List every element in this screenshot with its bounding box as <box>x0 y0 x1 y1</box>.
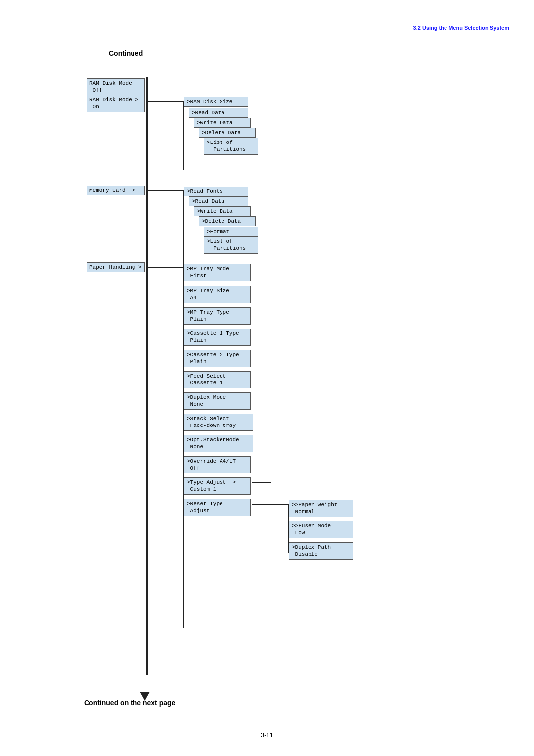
feed-select-box: >Feed Select Cassette 1 <box>184 371 251 388</box>
fuser-mode-box: >>Fuser Mode Low <box>289 521 353 538</box>
spacer3 <box>183 322 184 328</box>
ram-disk-on-box: RAM Disk Mode > On <box>87 95 145 112</box>
spacer13 <box>288 536 289 542</box>
top-rule <box>15 20 519 20</box>
spacer2 <box>183 301 184 307</box>
continued-bottom-label: Continued on the next page <box>84 699 175 707</box>
mp-tray-type-box: >MP Tray Type Plain <box>184 307 251 325</box>
duplex-mode-box: >Duplex Mode None <box>184 392 251 410</box>
continued-top-label: Continued <box>109 49 143 57</box>
ram-read-data-box: >Read Data <box>189 108 248 118</box>
cassette1-type-box: >Cassette 1 Type Plain <box>184 329 251 346</box>
mp-tray-size-box: >MP Tray Size A4 <box>184 286 251 303</box>
mc-list-partitions-box: >List of Partitions <box>204 236 258 254</box>
mc-write-data-box: >Write Data <box>194 206 251 216</box>
paper-handling-box: Paper Handling > <box>87 262 145 272</box>
mc-horiz <box>147 190 184 191</box>
mc-read-data-box: >Read Data <box>189 196 248 206</box>
spacer5 <box>183 365 184 371</box>
ram-sub-vert <box>183 101 184 170</box>
spacer11 <box>183 492 184 498</box>
ram-disk-horiz <box>147 101 184 102</box>
mp-tray-mode-box: >MP Tray Mode First <box>184 264 251 281</box>
stack-select-box: >Stack Select Face-down tray <box>184 414 253 431</box>
opt-stacker-box: >Opt.StackerMode None <box>184 435 253 452</box>
bottom-rule <box>15 726 519 726</box>
mc-read-fonts-box: >Read Fonts <box>184 187 248 196</box>
spacer10 <box>183 471 184 477</box>
ram-disk-off-box: RAM Disk Mode Off <box>87 78 145 95</box>
reset-type-box: >Reset Type Adjust <box>184 499 251 516</box>
paper-horiz <box>147 267 184 268</box>
spacer4 <box>183 343 184 349</box>
duplex-path-box: >Duplex Path Disable <box>289 542 353 560</box>
spacer9 <box>183 450 184 456</box>
ram-disk-size-box: >RAM Disk Size <box>184 97 248 107</box>
ram-delete-data-box: >Delete Data <box>199 128 256 138</box>
ram-write-data-box: >Write Data <box>194 118 251 128</box>
type-adjust-horiz <box>252 482 271 483</box>
spacer8 <box>183 428 184 434</box>
spacer7 <box>183 407 184 413</box>
cassette2-type-box: >Cassette 2 Type Plain <box>184 350 251 367</box>
type-adjust-box: >Type Adjust > Custom 1 <box>184 477 251 495</box>
memory-card-box: Memory Card > <box>87 186 145 195</box>
mc-delete-data-box: >Delete Data <box>199 216 256 226</box>
spacer6 <box>183 386 184 392</box>
spacer1 <box>183 280 184 285</box>
override-a4-box: >Override A4/LT Off <box>184 456 251 473</box>
page-number: 3-11 <box>261 731 273 739</box>
main-vertical-line <box>146 77 148 675</box>
reset-type-horiz <box>252 504 289 505</box>
section-reference: 3.2 Using the Menu Selection System <box>413 25 509 31</box>
ram-list-partitions-box: >List of Partitions <box>204 138 258 155</box>
spacer12 <box>288 515 289 520</box>
paper-weight-box: >>Paper weight Normal <box>289 500 353 517</box>
mc-format-box: >Format <box>204 227 258 236</box>
